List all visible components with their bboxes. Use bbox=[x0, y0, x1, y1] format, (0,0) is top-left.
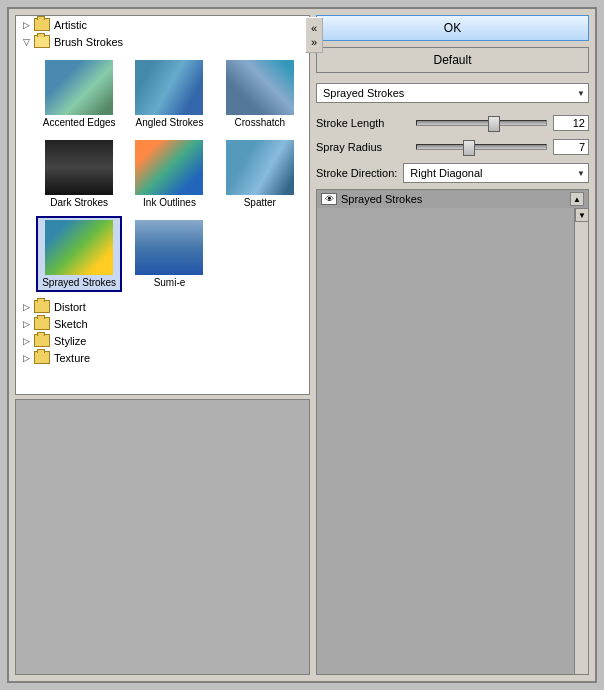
stroke-length-track bbox=[416, 120, 547, 126]
thumb-img-dark-strokes bbox=[45, 140, 113, 195]
ok-button[interactable]: OK bbox=[316, 15, 589, 41]
stroke-length-thumb[interactable] bbox=[488, 116, 500, 132]
effect-name-label: Sprayed Strokes bbox=[341, 193, 422, 205]
tree-label-stylize: Stylize bbox=[54, 335, 86, 347]
thumb-label-crosshatch: Crosshatch bbox=[235, 117, 286, 128]
thumb-label-accented-edges: Accented Edges bbox=[43, 117, 116, 128]
thumb-crosshatch[interactable]: Crosshatch bbox=[217, 56, 303, 132]
thumb-label-dark-strokes: Dark Strokes bbox=[50, 197, 108, 208]
scrollbar-right: ▼ bbox=[574, 208, 588, 674]
stroke-length-row: Stroke Length bbox=[316, 115, 589, 131]
effect-preview-content bbox=[317, 208, 574, 674]
effect-preview-panel: 👁 Sprayed Strokes ▲ ▼ bbox=[316, 189, 589, 675]
thumb-img-angled-strokes bbox=[135, 60, 203, 115]
spray-radius-label: Spray Radius bbox=[316, 141, 416, 153]
tree-item-brush-strokes[interactable]: ▽ Brush Strokes bbox=[16, 33, 309, 50]
tree-label-texture: Texture bbox=[54, 352, 90, 364]
folder-icon-sketch bbox=[34, 317, 50, 330]
tree-item-distort[interactable]: ▷ Distort bbox=[16, 298, 309, 315]
tree-arrow-texture: ▷ bbox=[20, 352, 32, 364]
right-panel: OK Default Sprayed Strokes Accented Edge… bbox=[316, 15, 589, 675]
arrows-icon: « bbox=[311, 22, 317, 34]
spray-radius-value[interactable] bbox=[553, 139, 589, 155]
folder-icon-brush-strokes bbox=[34, 35, 50, 48]
effect-preview-header: 👁 Sprayed Strokes ▲ bbox=[317, 190, 588, 208]
tree-item-stylize[interactable]: ▷ Stylize bbox=[16, 332, 309, 349]
thumb-img-ink-outlines bbox=[135, 140, 203, 195]
left-panel: ▷ Artistic ▽ Brush Strokes Accented Edge… bbox=[15, 15, 310, 675]
tree-arrow-sketch: ▷ bbox=[20, 318, 32, 330]
thumb-sprayed-strokes[interactable]: Sprayed Strokes bbox=[36, 216, 122, 292]
thumbnail-grid: Accented Edges Angled Strokes Crosshatch… bbox=[16, 50, 309, 298]
tree-label-artistic: Artistic bbox=[54, 19, 87, 31]
thumb-angled-strokes[interactable]: Angled Strokes bbox=[126, 56, 212, 132]
filter-select-container: Sprayed Strokes Accented Edges Angled St… bbox=[316, 83, 589, 103]
thumb-img-sprayed-strokes bbox=[45, 220, 113, 275]
tree-item-artistic[interactable]: ▷ Artistic bbox=[16, 16, 309, 33]
spray-radius-track bbox=[416, 144, 547, 150]
thumb-label-ink-outlines: Ink Outlines bbox=[143, 197, 196, 208]
effect-preview-row: ▼ bbox=[317, 208, 588, 674]
tree-arrow-brush-strokes: ▽ bbox=[20, 36, 32, 48]
scroll-up-button[interactable]: ▲ bbox=[570, 192, 584, 206]
spray-radius-thumb[interactable] bbox=[463, 140, 475, 156]
eye-icon[interactable]: 👁 bbox=[321, 193, 337, 205]
spray-radius-row: Spray Radius bbox=[316, 139, 589, 155]
thumb-label-angled-strokes: Angled Strokes bbox=[136, 117, 204, 128]
stroke-direction-select-wrapper: Right Diagonal Left Diagonal Vertical Ho… bbox=[403, 163, 589, 183]
scrollbar-up-area: ▲ bbox=[570, 192, 584, 206]
tree-label-brush-strokes: Brush Strokes bbox=[54, 36, 123, 48]
stroke-direction-select[interactable]: Right Diagonal Left Diagonal Vertical Ho… bbox=[403, 163, 589, 183]
thumb-label-spatter: Spatter bbox=[244, 197, 276, 208]
thumb-spatter[interactable]: Spatter bbox=[217, 136, 303, 212]
folder-icon-texture bbox=[34, 351, 50, 364]
filter-select[interactable]: Sprayed Strokes Accented Edges Angled St… bbox=[316, 83, 589, 103]
param-section: Stroke Length Spray Radius bbox=[316, 115, 589, 183]
collapse-arrows-button[interactable]: « » bbox=[305, 17, 323, 53]
tree-arrow-artistic: ▷ bbox=[20, 19, 32, 31]
stroke-length-label: Stroke Length bbox=[316, 117, 416, 129]
scroll-down-button[interactable]: ▼ bbox=[575, 208, 589, 222]
thumb-dark-strokes[interactable]: Dark Strokes bbox=[36, 136, 122, 212]
thumb-img-spatter bbox=[226, 140, 294, 195]
thumb-sumie[interactable]: Sumi-e bbox=[126, 216, 212, 292]
tree-arrow-distort: ▷ bbox=[20, 301, 32, 313]
thumb-img-accented-edges bbox=[45, 60, 113, 115]
stroke-direction-row: Stroke Direction: Right Diagonal Left Di… bbox=[316, 163, 589, 183]
folder-icon-distort bbox=[34, 300, 50, 313]
thumb-accented-edges[interactable]: Accented Edges bbox=[36, 56, 122, 132]
filter-select-wrapper: Sprayed Strokes Accented Edges Angled St… bbox=[316, 83, 589, 103]
arrows-icon2: » bbox=[311, 36, 317, 48]
stroke-length-slider-container bbox=[416, 116, 547, 130]
main-container: « » ▷ Artistic ▽ Brush Strokes Accen bbox=[7, 7, 597, 683]
tree-item-sketch[interactable]: ▷ Sketch bbox=[16, 315, 309, 332]
folder-icon-artistic bbox=[34, 18, 50, 31]
thumb-img-sumie bbox=[135, 220, 203, 275]
stroke-length-value[interactable] bbox=[553, 115, 589, 131]
thumb-ink-outlines[interactable]: Ink Outlines bbox=[126, 136, 212, 212]
tree-item-texture[interactable]: ▷ Texture bbox=[16, 349, 309, 366]
thumb-img-crosshatch bbox=[226, 60, 294, 115]
stroke-direction-label: Stroke Direction: bbox=[316, 167, 397, 179]
tree-label-distort: Distort bbox=[54, 301, 86, 313]
folder-icon-stylize bbox=[34, 334, 50, 347]
preview-area bbox=[15, 399, 310, 675]
thumb-label-sumie: Sumi-e bbox=[154, 277, 186, 288]
tree-label-sketch: Sketch bbox=[54, 318, 88, 330]
thumb-label-sprayed-strokes: Sprayed Strokes bbox=[42, 277, 116, 288]
spray-radius-slider-container bbox=[416, 140, 547, 154]
filter-tree: ▷ Artistic ▽ Brush Strokes Accented Edge… bbox=[15, 15, 310, 395]
default-button[interactable]: Default bbox=[316, 47, 589, 73]
tree-arrow-stylize: ▷ bbox=[20, 335, 32, 347]
